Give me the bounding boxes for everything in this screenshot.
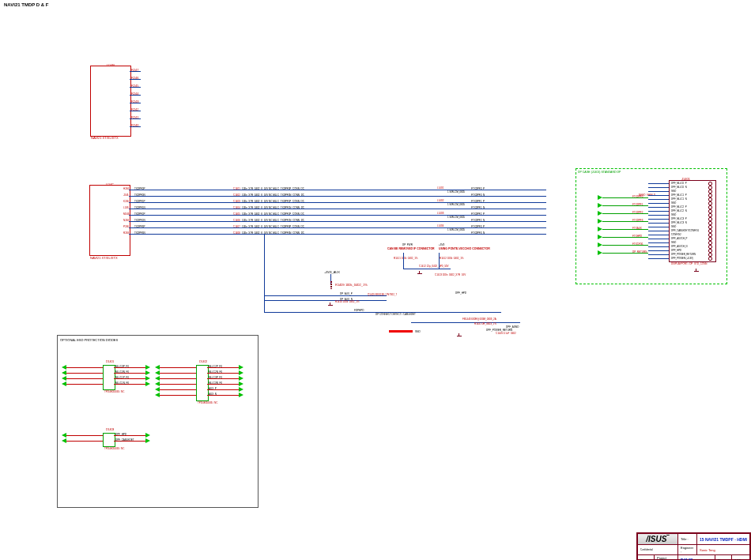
choke-line-a-2 xyxy=(436,215,546,216)
cage-sig-9: DPF_MLLC3_P xyxy=(671,217,687,220)
cage-sig-2: GND xyxy=(671,190,676,193)
cage-buslbl-7: DP_RETURN xyxy=(632,250,647,254)
cap-3 xyxy=(232,209,238,209)
esd-D1402-part: TPD4E05U06 / NC xyxy=(198,401,217,404)
bus-drop xyxy=(264,234,265,312)
cage-pin-19 xyxy=(708,257,712,261)
u14c-pin-6: P246 xyxy=(123,225,129,228)
tb-proj-l: Project Name : xyxy=(655,555,678,561)
u14b-pin-5: R242 xyxy=(131,107,139,111)
pwr-ret-gnd-sym xyxy=(457,333,462,339)
cage-sig-8: GND xyxy=(671,213,676,216)
esd-D1401-net-0: MLLC0P_F0 xyxy=(115,365,129,368)
esd-D1402-net-5: AUX_N xyxy=(209,393,217,396)
tb-title-label: Title : xyxy=(677,534,696,545)
esd-title: OPTIONAL ESD PROTECTION DIODES xyxy=(60,338,118,342)
cage-part: DISPLAYPORT / DP_STD_CONN xyxy=(671,262,708,265)
cap-5 xyxy=(232,221,238,222)
post-line-3 xyxy=(238,209,436,209)
aux-net-p: DP_AUX_P xyxy=(340,292,353,295)
u14c-ref: U14C xyxy=(106,182,114,186)
u14b-pin-3: R244 xyxy=(131,92,139,96)
logo: /ISUS‾ xyxy=(638,534,678,545)
esd-D1402-net-1: MLLC2N_F0 xyxy=(209,370,222,374)
u14c-part: NAVI21 XT/XL/XTX xyxy=(90,256,118,260)
esd-D1402-ref: D1402 xyxy=(199,360,207,363)
pair-net-a-3: FTXDPF3_P xyxy=(471,225,485,228)
esd-D1401-l-3 xyxy=(66,384,103,385)
esd-D1402-l-2 xyxy=(160,378,196,379)
cage-sig-12: DPF_CABLEDET/CONFIG1 xyxy=(671,229,699,232)
tb-conf: Confidential xyxy=(638,545,678,555)
esd-D1403-net-1: DPF_CABLEDET xyxy=(115,438,134,442)
esd-D1402-l-4 xyxy=(160,389,196,390)
esd-D1402-arwL-0 xyxy=(155,365,160,370)
tb-rev-l: Rev xyxy=(715,555,732,561)
esd-D1401-net-2: MLLC1P_F0 xyxy=(115,376,129,379)
cage-wire-13 xyxy=(648,235,669,235)
esd-D1402-arwR-5 xyxy=(239,393,243,397)
cage-sig-10: DPF_MLLC3_N xyxy=(671,221,687,224)
hpd-stub2 xyxy=(439,253,440,269)
esd-D1401-arwL-3 xyxy=(62,381,66,386)
schematic-sheet: NAVI21 TMDP D & F U14B NAVI21 XT/XL/XTX … xyxy=(0,0,751,560)
cage-sig-18: DPF_POWER_RETURN xyxy=(671,253,696,256)
cage-sig-5: GND xyxy=(671,201,676,205)
cage-buslbl-6: FTXCFG1 xyxy=(632,242,643,246)
choke-line-a-0 xyxy=(436,190,546,190)
u14b-part: NAVI21 XT/XL/XTX xyxy=(91,136,119,140)
cage-sig-11: GND xyxy=(671,225,676,228)
cage-sig-6: DPF_MLLC2_P xyxy=(671,205,687,209)
cage-buslbl-0: FTXDPF0 xyxy=(632,195,643,198)
esd-D1402-l-3 xyxy=(160,384,196,385)
cage-wire-9 xyxy=(648,219,669,220)
u14b-pin-7: R240 xyxy=(131,123,139,127)
choke-line-b-0 xyxy=(436,196,546,197)
post-line-6 xyxy=(238,227,436,228)
esd-D1403-l-0 xyxy=(66,435,103,436)
cage-wire-1 xyxy=(648,187,669,188)
aux-r2: R1410 100k_0402_1% xyxy=(335,300,360,303)
esd-D1402-net-3: MLLC3N_F0 xyxy=(209,381,222,385)
pwr-ret-agnd: DPF_AGND xyxy=(506,325,519,329)
pwr-ret-line xyxy=(411,322,520,323)
cage-wire-6 xyxy=(648,207,669,208)
esd-D1401-arwL-2 xyxy=(62,376,66,381)
post-line-2 xyxy=(238,202,436,203)
esd-D1401-part: TPD4E05U06 / NC xyxy=(104,390,124,393)
esd-D1401-arwL-1 xyxy=(62,370,66,375)
hpd-pwr: +3V3 xyxy=(439,243,444,246)
u14b-block xyxy=(90,66,131,137)
esd-D1401-arwR-2 xyxy=(145,376,150,381)
pair-net-b-1: FTXDPF1_N xyxy=(471,206,485,209)
hpd-gnd xyxy=(417,271,422,276)
esd-D1401-arwR-0 xyxy=(145,365,150,370)
hpd-c: C1412 22p_0402_NP0_50V xyxy=(419,265,449,268)
cap-7 xyxy=(232,234,238,235)
cage-sig-13: CONFIG2 xyxy=(671,233,681,236)
cage-buslbl-5: FTXHPD xyxy=(632,235,642,238)
aux-vdd: +3V3_AUX xyxy=(324,270,340,274)
cage-wire-2 xyxy=(648,191,669,192)
hpd-det: DP CONNECT DETECT / CABLEDET xyxy=(376,313,416,316)
tb-proj: D414S xyxy=(677,555,715,561)
esd-D1402-l-0 xyxy=(160,367,196,368)
esd-D1403-net-0: DPF_HPD xyxy=(115,433,126,436)
hpd-stub1 xyxy=(403,253,404,269)
cage-sig-14: DPF_AUXCH_P xyxy=(671,237,687,240)
pwr-ret-gnd: GND xyxy=(415,330,421,333)
page-title: NAVI21 TMDP D & F xyxy=(4,2,48,7)
cage-wire-17 xyxy=(648,250,669,251)
cage-ref: J1401 xyxy=(681,177,690,181)
cage-wire-14 xyxy=(648,239,669,239)
esd-D1402-arwR-3 xyxy=(239,381,243,386)
cage-wire-0 xyxy=(648,183,669,184)
cage-wire-18 xyxy=(648,254,669,255)
cage-buslbl-1: FTXDPF1 xyxy=(632,203,643,206)
esd-D1401-net-3: MLLC1N_F0 xyxy=(115,381,129,385)
esd-D1403-arwR-1 xyxy=(145,438,150,443)
cage-buslbl-3: FTXDPF3 xyxy=(632,219,643,222)
esd-D1403-ref: D1403 xyxy=(106,428,114,431)
esd-D1403-arwR-0 xyxy=(145,433,150,438)
choke-val-0: 1 90R-CM_0805 xyxy=(447,190,465,194)
